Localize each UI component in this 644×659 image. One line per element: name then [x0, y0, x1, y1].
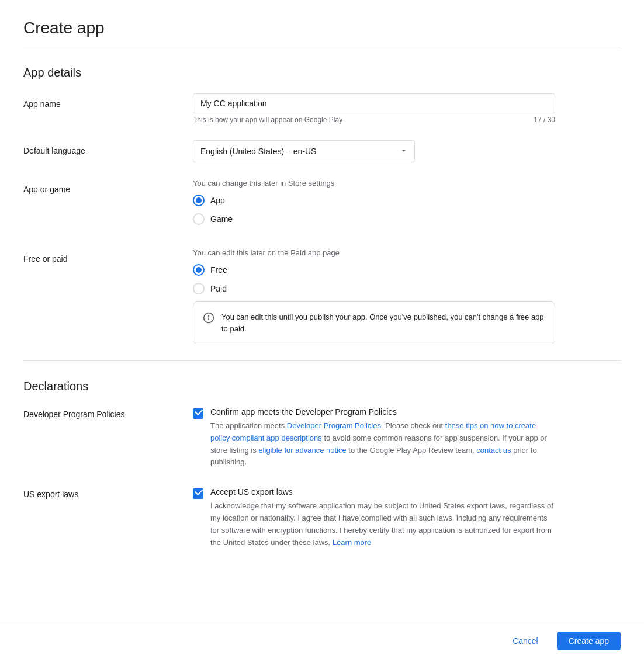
default-language-row: Default language English (United States)… [23, 140, 621, 162]
radio-paid[interactable] [193, 283, 205, 294]
app-or-game-control: You can change this later in Store setti… [193, 179, 555, 232]
language-select[interactable]: English (United States) – en-US English … [193, 140, 415, 162]
radio-option-game[interactable]: Game [193, 213, 555, 225]
free-or-paid-control: You can edit this later on the Paid app … [193, 248, 555, 344]
declarations-divider [23, 360, 621, 361]
us-export-laws-label: US export laws [23, 487, 193, 499]
top-divider [23, 47, 621, 47]
radio-paid-label: Paid [210, 284, 227, 293]
page-title: Create app [23, 19, 621, 37]
eligible-advance-notice-link[interactable]: eligible for advance notice [258, 446, 346, 455]
radio-game-label: Game [210, 214, 233, 224]
developer-program-body: The application meets Developer Program … [210, 420, 555, 469]
default-language-label: Default language [23, 140, 193, 155]
free-app-info-text: You can edit this until you publish your… [221, 311, 545, 334]
developer-program-content: Confirm app meets the Developer Program … [193, 407, 555, 469]
radio-free-label: Free [210, 265, 227, 275]
app-name-hint-text: This is how your app will appear on Goog… [193, 116, 342, 124]
declarations-section: Declarations Developer Program Policies … [23, 380, 621, 549]
app-name-char-count: 17 / 30 [534, 116, 555, 124]
app-or-game-row: App or game You can change this later in… [23, 179, 621, 232]
language-select-wrapper: English (United States) – en-US English … [193, 140, 415, 162]
free-or-paid-label: Free or paid [23, 248, 193, 263]
app-or-game-label: App or game [23, 179, 193, 194]
developer-program-title: Confirm app meets the Developer Program … [210, 407, 555, 417]
bottom-action-bar: Cancel Create app [0, 622, 644, 659]
free-or-paid-hint: You can edit this later on the Paid app … [193, 248, 555, 257]
declarations-section-title: Declarations [23, 380, 621, 393]
app-name-row: App name This is how your app will appea… [23, 93, 621, 124]
info-icon [203, 312, 214, 324]
radio-option-app[interactable]: App [193, 195, 555, 206]
developer-program-policies-link[interactable]: Developer Program Policies [287, 421, 381, 430]
contact-us-link[interactable]: contact us [476, 446, 511, 455]
us-export-laws-checkbox-wrapper [193, 487, 210, 499]
learn-more-link[interactable]: Learn more [333, 538, 371, 547]
us-export-laws-checkbox[interactable] [193, 488, 203, 499]
developer-program-row: Developer Program Policies Confirm app m… [23, 407, 621, 469]
us-export-laws-row: US export laws Accept US export laws I a… [23, 487, 621, 549]
app-name-label: App name [23, 93, 193, 109]
app-name-control: This is how your app will appear on Goog… [193, 93, 555, 124]
radio-game[interactable] [193, 213, 205, 225]
app-or-game-hint: You can change this later in Store setti… [193, 179, 555, 188]
developer-program-label: Developer Program Policies [23, 407, 193, 419]
radio-free[interactable] [193, 264, 205, 276]
default-language-control: English (United States) – en-US English … [193, 140, 555, 162]
us-export-laws-body-text: I acknowledge that my software applicati… [210, 501, 553, 546]
app-details-section-title: App details [23, 66, 621, 79]
developer-program-checkbox-wrapper [193, 407, 210, 419]
create-app-button[interactable]: Create app [557, 632, 621, 650]
app-name-input[interactable] [193, 93, 555, 113]
radio-app[interactable] [193, 195, 205, 206]
free-or-paid-row: Free or paid You can edit this later on … [23, 248, 621, 344]
us-export-laws-body: I acknowledge that my software applicati… [210, 500, 555, 549]
radio-option-paid[interactable]: Paid [193, 283, 555, 294]
us-export-laws-text-block: Accept US export laws I acknowledge that… [210, 487, 555, 549]
us-export-laws-content: Accept US export laws I acknowledge that… [193, 487, 555, 549]
radio-app-label: App [210, 196, 225, 205]
radio-option-free[interactable]: Free [193, 264, 555, 276]
developer-program-checkbox[interactable] [193, 408, 203, 419]
app-name-hint: This is how your app will appear on Goog… [193, 116, 555, 124]
developer-program-text-block: Confirm app meets the Developer Program … [210, 407, 555, 469]
us-export-laws-title: Accept US export laws [210, 487, 555, 497]
cancel-button[interactable]: Cancel [501, 632, 550, 650]
free-app-info-box: You can edit this until you publish your… [193, 301, 555, 344]
